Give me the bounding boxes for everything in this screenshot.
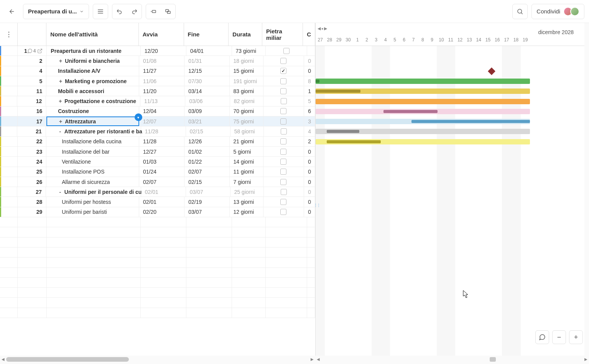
milestone-checkbox[interactable] [280,179,286,185]
gantt-bar[interactable] [316,89,530,94]
table-row[interactable]: 27 -Uniformi per il personale di cu 02/0… [0,187,315,197]
gantt-bar[interactable] [316,129,530,134]
table-row-empty[interactable] [0,217,315,227]
gantt-nav[interactable]: ◀ ● ▶ [317,26,327,31]
table-row-empty[interactable] [0,268,315,278]
outdent-button[interactable] [161,4,175,19]
table-row[interactable]: 22 Installazione della cucina 11/28 12/2… [0,137,315,147]
table-row[interactable]: 14 Preapertura di un ristorante 12/20 04… [0,46,315,56]
table-row[interactable]: 29 Uniformi per baristi 02/20 03/07 12 g… [0,207,315,217]
search-button[interactable] [513,4,527,19]
milestone-checkbox[interactable] [280,199,286,205]
table-row[interactable]: 23 Installazione del bar 12/27 01/02 5 g… [0,147,315,157]
table-row[interactable]: 11 Mobili e accessori 11/20 03/14 83 gio… [0,86,315,96]
table-row[interactable]: 24 Ventilazione 01/03 01/22 14 giorni 0 [0,157,315,167]
milestone-checkbox[interactable] [283,48,290,54]
gantt-day: 6 [400,34,409,46]
external-link-icon[interactable] [37,48,43,54]
table-row-empty[interactable] [0,298,315,308]
milestone-checkbox[interactable] [280,88,286,94]
menu-button[interactable] [93,4,108,19]
table-row[interactable]: 16 Costruzione 12/04 03/09 70 giorni 6 [0,107,315,116]
table-row[interactable]: 28 Uniformi per hostess 02/01 02/19 13 g… [0,197,315,207]
gantt-bar[interactable] [316,139,530,144]
share-button[interactable]: Condividi [531,4,584,19]
milestone-checkbox[interactable] [281,128,287,134]
gantt-bar[interactable] [316,119,530,124]
row-menu-header[interactable] [0,23,18,46]
scroll-right-icon[interactable]: ▶ [311,357,314,361]
table-row-empty[interactable] [0,278,315,288]
hscroll-left[interactable]: ◀ ▶ [0,356,315,364]
scroll-thumb[interactable] [6,357,129,362]
expand-toggle[interactable]: + [58,98,63,104]
col-header-duration[interactable]: Durata [229,23,262,46]
table-row-empty[interactable] [0,227,315,237]
undo-button[interactable] [112,4,127,19]
back-button[interactable] [5,4,19,19]
milestone-checkbox[interactable] [280,108,286,114]
sheet-title-selector[interactable]: Preapertura di u... [23,4,89,19]
table-row[interactable]: 26 Allarme di sicurezza 02/07 02/15 7 gi… [0,177,315,187]
gantt-bar[interactable] [316,99,530,104]
table-row-empty[interactable] [0,248,315,257]
milestone-checkbox[interactable] [281,189,287,195]
gantt-header: ◀ ● ▶ dicembre 2028 27282930123456789101… [316,23,589,46]
col-header-name[interactable]: Nome dell'attività [46,23,139,46]
gantt-bar[interactable] [316,109,530,114]
table-row[interactable]: 12 +Progettazione e costruzione 11/13 03… [0,96,315,106]
cell-fill-handle[interactable]: ▾ [135,113,142,121]
row-number: 25 [36,169,43,175]
expand-toggle[interactable]: - [58,189,63,195]
col-header-end[interactable]: Fine [184,23,229,46]
gantt-next-icon[interactable]: ▶ [324,26,327,31]
scroll-right-icon[interactable]: ▶ [584,357,587,361]
milestone-checkbox[interactable] [280,118,286,125]
scroll-thumb[interactable] [490,357,496,362]
pane-resize-handle[interactable]: ⋮⋮ [314,203,320,207]
zoom-in-button[interactable]: + [569,330,583,344]
table-row[interactable]: 5 +Marketing e promozione 11/06 07/30 19… [0,76,315,86]
table-row-empty[interactable] [0,288,315,298]
gantt-bar-progress [327,130,359,133]
expand-toggle[interactable]: + [58,118,63,125]
gantt-bar[interactable] [316,79,530,84]
milestone-checkbox[interactable] [280,78,286,84]
table-row[interactable]: 4 Installazione A/V 11/27 12/15 15 giorn… [0,66,315,76]
gantt-body[interactable] [316,46,589,356]
milestone-checkbox[interactable] [280,68,286,74]
milestone-checkbox[interactable] [280,209,286,215]
redo-button[interactable] [127,4,141,19]
table-row-empty[interactable] [0,238,315,248]
milestone-checkbox[interactable] [281,98,287,104]
expand-toggle[interactable]: - [58,128,63,134]
milestone-checkbox[interactable] [280,58,286,64]
table-row-empty[interactable] [0,308,315,318]
table-row-empty[interactable] [0,257,315,267]
table-row[interactable]: 2 +Uniformi e biancheria 01/08 01/31 18 … [0,56,315,66]
gantt-day: 17 [502,34,511,46]
table-row[interactable]: 21 -Attrezzature per ristoranti e ba 11/… [0,126,315,136]
milestone-checkbox[interactable] [280,138,286,144]
col-header-start[interactable]: Avvia [139,23,184,46]
milestone-checkbox[interactable] [280,169,286,175]
gantt-day: 18 [511,34,520,46]
scroll-left-icon[interactable]: ◀ [317,357,320,361]
gantt-prev-icon[interactable]: ◀ [317,26,321,31]
comments-button[interactable] [535,330,549,344]
expand-toggle[interactable]: + [58,78,63,84]
comment-indicator[interactable]: 4 [27,48,36,54]
milestone-checkbox[interactable] [280,149,286,155]
scroll-left-icon[interactable]: ◀ [2,357,5,361]
task-name: Installazione A/V [58,68,100,74]
indent-button[interactable] [146,4,161,19]
col-header-extra[interactable]: C [303,23,315,46]
expand-toggle[interactable]: + [58,58,63,64]
vscroll[interactable] [584,23,589,356]
col-header-milestone[interactable]: Pietra miliar [262,23,303,46]
milestone-checkbox[interactable] [280,159,286,165]
table-row[interactable]: 25 Installazione POS 01/24 02/07 11 gior… [0,167,315,177]
hscroll-right[interactable]: ◀ ▶ [315,356,589,364]
table-row[interactable]: 17 ▾+Attrezzatura 12/07 03/21 75 giorni … [0,116,315,126]
zoom-out-button[interactable]: − [552,330,566,344]
